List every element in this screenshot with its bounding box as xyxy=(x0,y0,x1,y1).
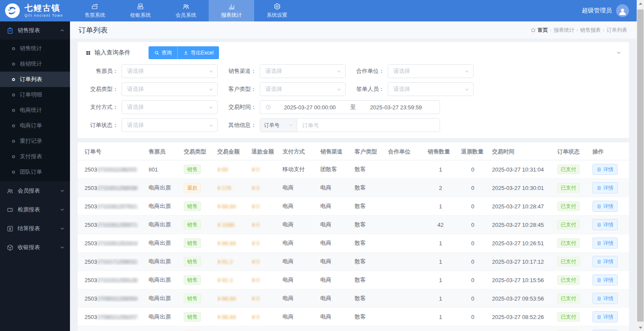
transaction-type-cell: 销售 xyxy=(184,202,217,211)
partner-unit-select[interactable]: 请选择 xyxy=(388,64,474,78)
customer-type-select[interactable]: 请选择 xyxy=(260,82,346,96)
document-icon xyxy=(597,204,601,209)
table-row: 25032710171258031 电商出票 销售 ¥ 91.2 ¥ 0 电商 … xyxy=(78,253,629,271)
payment-method-select[interactable]: 请选择 xyxy=(122,100,218,114)
detail-button[interactable]: 详情 xyxy=(592,164,618,175)
user-name[interactable]: 超级管理员 xyxy=(582,7,612,15)
refund-quantity-cell: 0 xyxy=(461,240,492,247)
sold-quantity-cell: 1 xyxy=(428,277,461,283)
detail-button[interactable]: 详情 xyxy=(592,219,618,230)
breadcrumb-item[interactable]: 报表统计 xyxy=(554,27,574,34)
detail-button[interactable]: 详情 xyxy=(592,274,618,286)
sidebar-section-ticket-check-reports[interactable]: 检票报表 xyxy=(0,200,70,219)
status-badge: 已支付 xyxy=(557,312,580,322)
refund-quantity-cell: 0 xyxy=(461,222,492,228)
detail-button[interactable]: 详情 xyxy=(592,293,618,304)
other-info-type-select[interactable]: 订单号 xyxy=(260,119,297,132)
order-number-cell: 25032710261252414 xyxy=(78,240,149,247)
table-row: 25032709531258054 电商出票 销售 ¥ 88.84 ¥ 0 电商… xyxy=(78,289,629,308)
customer-type-cell: 散客 xyxy=(355,239,388,247)
sidebar-subitem-1[interactable]: 核销统计 xyxy=(0,56,70,72)
transaction-type-cell: 销售 xyxy=(184,312,217,322)
sidebar-section-member-reports[interactable]: 会员报表 xyxy=(0,181,70,200)
table-header-row: 订单号 售票员 交易类型 交易金额 退款金额 支付方式 销售渠道 客户类型 合作… xyxy=(78,143,629,160)
order-status-cell: 已支付 xyxy=(557,165,592,174)
radio-circle-icon xyxy=(12,109,15,112)
nav-tab-settings[interactable]: 系统设置 xyxy=(254,0,300,21)
chevron-down-icon xyxy=(337,87,341,92)
sidebar-subitem-3[interactable]: 订单明细 xyxy=(0,87,70,102)
page-scrollbar[interactable] xyxy=(637,0,644,331)
order-status-cell: 已支付 xyxy=(557,257,592,266)
start-datetime[interactable]: 2025-03-27 00:00:00 xyxy=(271,104,349,111)
sales-channel-select[interactable]: 请选择 xyxy=(260,64,346,78)
sidebar-subitem-0[interactable]: 销售统计 xyxy=(0,41,70,56)
end-datetime[interactable]: 2025-03-27 23:59:59 xyxy=(358,104,435,111)
breadcrumb-item[interactable]: 销售报表 xyxy=(580,27,601,34)
sidebar-section-sales-reports[interactable]: 销售报表 xyxy=(0,21,70,39)
transaction-type-select[interactable]: 请选择 xyxy=(122,82,218,96)
order-number-cell: 25032710281257921 xyxy=(78,203,149,210)
chevron-down-icon xyxy=(209,69,213,74)
payment-method-cell: 电商 xyxy=(283,295,320,302)
sidebar-subitem-4[interactable]: 电商统计 xyxy=(0,102,70,118)
bar-chart-icon xyxy=(228,3,235,10)
sales-channel-cell: 电商 xyxy=(320,276,355,284)
sold-quantity-cell: 1 xyxy=(428,240,461,247)
status-badge: 已支付 xyxy=(557,275,580,285)
signer-select[interactable]: 请选择 xyxy=(388,82,474,96)
nav-tab-ticketing[interactable]: 售票系统 xyxy=(72,0,118,21)
brand-logo[interactable]: 七鲤古镇 Qili Ancient Town xyxy=(0,3,72,19)
export-excel-button[interactable]: 导出Excel xyxy=(177,46,219,59)
refund-quantity-cell: 0 xyxy=(461,277,492,283)
transaction-time-range[interactable]: 2025-03-27 00:00:00 至 2025-03-27 23:59:5… xyxy=(260,100,440,114)
order-status-cell: 已支付 xyxy=(557,220,592,229)
action-cell: 详情 xyxy=(592,256,627,267)
sidebar-subitem-7[interactable]: 支付报表 xyxy=(0,149,70,164)
collapse-panel-icon[interactable] xyxy=(616,50,621,55)
sidebar-subitem-6[interactable]: 重打记录 xyxy=(0,133,70,149)
amount-cell: ¥ 1086 xyxy=(217,222,252,228)
transaction-time-cell: 2025-03-27 10:28:45 xyxy=(492,222,557,228)
transaction-time-cell: 2025-03-27 08:52:26 xyxy=(492,314,557,320)
refund-amount-cell: ¥ 0 xyxy=(252,295,283,302)
table-row: 25032710311198203 II01 销售 ¥ 60 ¥ 0 移动支付 … xyxy=(78,160,629,179)
sidebar-subitem-8[interactable]: 团队订单 xyxy=(0,164,70,180)
detail-button[interactable]: 详情 xyxy=(592,256,618,267)
scroll-up-arrow[interactable] xyxy=(637,0,644,7)
ticket-seller-select[interactable]: 请选择 xyxy=(122,64,218,78)
order-number-input[interactable] xyxy=(297,119,440,132)
sales-channel-cell: 电商 xyxy=(320,258,355,265)
scrollbar-thumb[interactable] xyxy=(637,9,644,322)
customer-type-cell: 散客 xyxy=(355,313,388,321)
refund-amount-cell: ¥ 0 xyxy=(252,185,283,191)
detail-button[interactable]: 详情 xyxy=(592,238,618,249)
payment-method-cell: 移动支付 xyxy=(283,166,320,173)
radio-circle-icon xyxy=(12,78,15,81)
payment-method-cell: 电商 xyxy=(283,239,320,247)
breadcrumb-home[interactable]: 首页 xyxy=(531,27,548,34)
nav-tab-reports[interactable]: 报表统计 xyxy=(209,0,254,21)
transaction-type-tag: 销售 xyxy=(184,312,201,322)
radio-circle-icon xyxy=(12,155,15,158)
sidebar-section-settlement-reports[interactable]: 结算报表 xyxy=(0,219,70,238)
scroll-down-arrow[interactable] xyxy=(637,324,644,331)
sidebar-section-cashier-reports[interactable]: 收银报表 xyxy=(0,238,70,257)
document-icon xyxy=(597,241,601,246)
order-status-select[interactable]: 请选择 xyxy=(122,118,218,132)
sidebar-subitem-2[interactable]: 订单列表 xyxy=(0,72,70,87)
radio-circle-icon xyxy=(12,124,15,127)
query-panel-title: 输入查询条件 xyxy=(94,49,131,57)
search-icon xyxy=(154,50,159,55)
search-button[interactable]: 查询 xyxy=(149,46,177,59)
sidebar-subitem-5[interactable]: 电商订单 xyxy=(0,118,70,133)
detail-button[interactable]: 详情 xyxy=(592,182,618,193)
chevron-down-icon xyxy=(337,69,341,74)
detail-button[interactable]: 详情 xyxy=(592,201,618,212)
detail-button[interactable]: 详情 xyxy=(592,311,618,322)
user-avatar[interactable] xyxy=(616,4,629,17)
chevron-down-icon xyxy=(60,245,65,250)
nav-tab-members[interactable]: 会员系统 xyxy=(163,0,209,21)
home-icon xyxy=(531,27,536,33)
nav-tab-cashier[interactable]: 收银系统 xyxy=(118,0,163,21)
